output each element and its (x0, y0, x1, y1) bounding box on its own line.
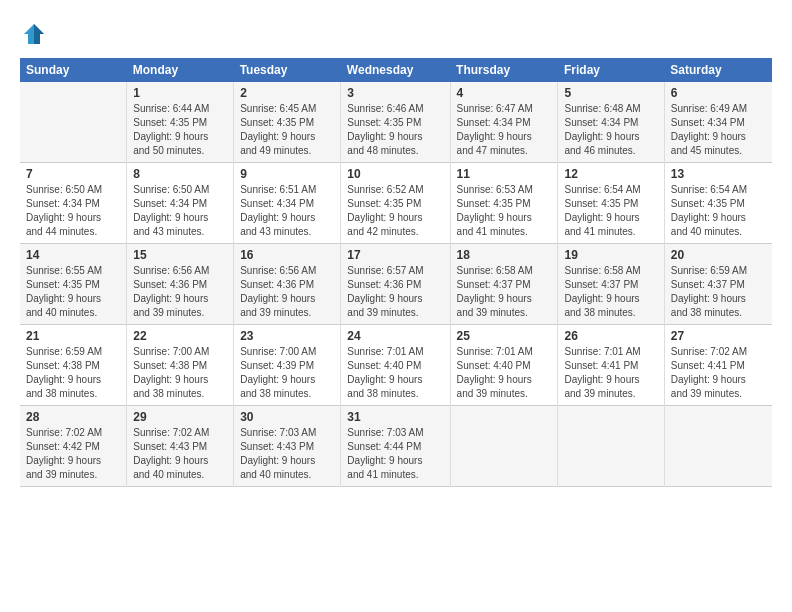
calendar-cell: 16Sunrise: 6:56 AMSunset: 4:36 PMDayligh… (234, 244, 341, 325)
calendar-week-row: 1Sunrise: 6:44 AMSunset: 4:35 PMDaylight… (20, 82, 772, 163)
day-number: 13 (671, 167, 766, 181)
day-number: 20 (671, 248, 766, 262)
calendar-cell: 23Sunrise: 7:00 AMSunset: 4:39 PMDayligh… (234, 325, 341, 406)
calendar-cell: 6Sunrise: 6:49 AMSunset: 4:34 PMDaylight… (664, 82, 772, 163)
day-number: 24 (347, 329, 443, 343)
page-container: SundayMondayTuesdayWednesdayThursdayFrid… (0, 0, 792, 497)
calendar-cell: 4Sunrise: 6:47 AMSunset: 4:34 PMDaylight… (450, 82, 558, 163)
day-info: Sunrise: 6:53 AMSunset: 4:35 PMDaylight:… (457, 183, 552, 239)
calendar-header: SundayMondayTuesdayWednesdayThursdayFrid… (20, 58, 772, 82)
day-info: Sunrise: 6:47 AMSunset: 4:34 PMDaylight:… (457, 102, 552, 158)
day-number: 27 (671, 329, 766, 343)
day-number: 22 (133, 329, 227, 343)
calendar-cell: 26Sunrise: 7:01 AMSunset: 4:41 PMDayligh… (558, 325, 664, 406)
day-number: 12 (564, 167, 657, 181)
calendar-cell: 13Sunrise: 6:54 AMSunset: 4:35 PMDayligh… (664, 163, 772, 244)
day-info: Sunrise: 7:03 AMSunset: 4:43 PMDaylight:… (240, 426, 334, 482)
weekday-header: Saturday (664, 58, 772, 82)
day-number: 6 (671, 86, 766, 100)
day-info: Sunrise: 6:50 AMSunset: 4:34 PMDaylight:… (133, 183, 227, 239)
day-number: 30 (240, 410, 334, 424)
calendar-cell: 22Sunrise: 7:00 AMSunset: 4:38 PMDayligh… (127, 325, 234, 406)
day-info: Sunrise: 7:00 AMSunset: 4:39 PMDaylight:… (240, 345, 334, 401)
calendar-cell: 5Sunrise: 6:48 AMSunset: 4:34 PMDaylight… (558, 82, 664, 163)
day-info: Sunrise: 6:54 AMSunset: 4:35 PMDaylight:… (671, 183, 766, 239)
day-info: Sunrise: 7:01 AMSunset: 4:40 PMDaylight:… (457, 345, 552, 401)
day-number: 9 (240, 167, 334, 181)
calendar-cell: 30Sunrise: 7:03 AMSunset: 4:43 PMDayligh… (234, 406, 341, 487)
day-number: 14 (26, 248, 120, 262)
calendar-cell: 1Sunrise: 6:44 AMSunset: 4:35 PMDaylight… (127, 82, 234, 163)
calendar-table: SundayMondayTuesdayWednesdayThursdayFrid… (20, 58, 772, 487)
calendar-week-row: 14Sunrise: 6:55 AMSunset: 4:35 PMDayligh… (20, 244, 772, 325)
day-number: 21 (26, 329, 120, 343)
day-number: 16 (240, 248, 334, 262)
weekday-header: Sunday (20, 58, 127, 82)
calendar-cell: 11Sunrise: 6:53 AMSunset: 4:35 PMDayligh… (450, 163, 558, 244)
calendar-cell (558, 406, 664, 487)
header-row: SundayMondayTuesdayWednesdayThursdayFrid… (20, 58, 772, 82)
day-info: Sunrise: 6:46 AMSunset: 4:35 PMDaylight:… (347, 102, 443, 158)
day-number: 3 (347, 86, 443, 100)
calendar-cell: 7Sunrise: 6:50 AMSunset: 4:34 PMDaylight… (20, 163, 127, 244)
day-number: 5 (564, 86, 657, 100)
day-info: Sunrise: 7:03 AMSunset: 4:44 PMDaylight:… (347, 426, 443, 482)
weekday-header: Monday (127, 58, 234, 82)
day-number: 29 (133, 410, 227, 424)
calendar-cell: 2Sunrise: 6:45 AMSunset: 4:35 PMDaylight… (234, 82, 341, 163)
day-number: 10 (347, 167, 443, 181)
calendar-week-row: 7Sunrise: 6:50 AMSunset: 4:34 PMDaylight… (20, 163, 772, 244)
day-number: 18 (457, 248, 552, 262)
calendar-cell: 31Sunrise: 7:03 AMSunset: 4:44 PMDayligh… (341, 406, 450, 487)
calendar-cell: 19Sunrise: 6:58 AMSunset: 4:37 PMDayligh… (558, 244, 664, 325)
day-number: 28 (26, 410, 120, 424)
day-info: Sunrise: 6:58 AMSunset: 4:37 PMDaylight:… (564, 264, 657, 320)
day-number: 2 (240, 86, 334, 100)
calendar-cell: 9Sunrise: 6:51 AMSunset: 4:34 PMDaylight… (234, 163, 341, 244)
day-number: 23 (240, 329, 334, 343)
calendar-cell: 14Sunrise: 6:55 AMSunset: 4:35 PMDayligh… (20, 244, 127, 325)
logo-icon (20, 20, 48, 48)
logo (20, 20, 52, 48)
day-number: 8 (133, 167, 227, 181)
day-number: 26 (564, 329, 657, 343)
day-info: Sunrise: 6:59 AMSunset: 4:37 PMDaylight:… (671, 264, 766, 320)
day-info: Sunrise: 6:51 AMSunset: 4:34 PMDaylight:… (240, 183, 334, 239)
day-info: Sunrise: 7:02 AMSunset: 4:42 PMDaylight:… (26, 426, 120, 482)
day-number: 17 (347, 248, 443, 262)
day-number: 15 (133, 248, 227, 262)
day-info: Sunrise: 6:59 AMSunset: 4:38 PMDaylight:… (26, 345, 120, 401)
calendar-cell: 28Sunrise: 7:02 AMSunset: 4:42 PMDayligh… (20, 406, 127, 487)
calendar-cell: 3Sunrise: 6:46 AMSunset: 4:35 PMDaylight… (341, 82, 450, 163)
calendar-cell: 20Sunrise: 6:59 AMSunset: 4:37 PMDayligh… (664, 244, 772, 325)
calendar-week-row: 28Sunrise: 7:02 AMSunset: 4:42 PMDayligh… (20, 406, 772, 487)
day-info: Sunrise: 6:56 AMSunset: 4:36 PMDaylight:… (240, 264, 334, 320)
weekday-header: Thursday (450, 58, 558, 82)
calendar-week-row: 21Sunrise: 6:59 AMSunset: 4:38 PMDayligh… (20, 325, 772, 406)
calendar-cell: 8Sunrise: 6:50 AMSunset: 4:34 PMDaylight… (127, 163, 234, 244)
calendar-cell: 10Sunrise: 6:52 AMSunset: 4:35 PMDayligh… (341, 163, 450, 244)
day-info: Sunrise: 6:54 AMSunset: 4:35 PMDaylight:… (564, 183, 657, 239)
calendar-cell (450, 406, 558, 487)
day-info: Sunrise: 6:56 AMSunset: 4:36 PMDaylight:… (133, 264, 227, 320)
day-info: Sunrise: 7:02 AMSunset: 4:41 PMDaylight:… (671, 345, 766, 401)
calendar-cell: 17Sunrise: 6:57 AMSunset: 4:36 PMDayligh… (341, 244, 450, 325)
day-number: 31 (347, 410, 443, 424)
day-number: 1 (133, 86, 227, 100)
day-info: Sunrise: 7:00 AMSunset: 4:38 PMDaylight:… (133, 345, 227, 401)
header (20, 16, 772, 48)
weekday-header: Friday (558, 58, 664, 82)
day-info: Sunrise: 7:01 AMSunset: 4:41 PMDaylight:… (564, 345, 657, 401)
calendar-cell: 15Sunrise: 6:56 AMSunset: 4:36 PMDayligh… (127, 244, 234, 325)
weekday-header: Wednesday (341, 58, 450, 82)
calendar-cell (664, 406, 772, 487)
day-number: 11 (457, 167, 552, 181)
day-info: Sunrise: 6:45 AMSunset: 4:35 PMDaylight:… (240, 102, 334, 158)
calendar-body: 1Sunrise: 6:44 AMSunset: 4:35 PMDaylight… (20, 82, 772, 487)
calendar-cell: 24Sunrise: 7:01 AMSunset: 4:40 PMDayligh… (341, 325, 450, 406)
calendar-cell: 25Sunrise: 7:01 AMSunset: 4:40 PMDayligh… (450, 325, 558, 406)
day-info: Sunrise: 6:44 AMSunset: 4:35 PMDaylight:… (133, 102, 227, 158)
day-info: Sunrise: 6:52 AMSunset: 4:35 PMDaylight:… (347, 183, 443, 239)
calendar-cell: 18Sunrise: 6:58 AMSunset: 4:37 PMDayligh… (450, 244, 558, 325)
day-number: 4 (457, 86, 552, 100)
